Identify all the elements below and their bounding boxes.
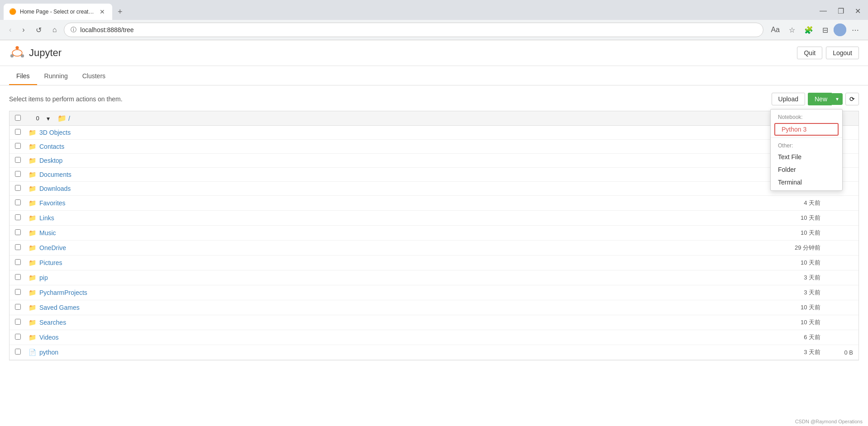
reload-btn[interactable]: ↺ <box>32 24 45 36</box>
jupyter-header: Jupyter Quit Logout <box>0 40 868 66</box>
file-date: 3 天前 <box>766 348 820 356</box>
file-date: 10 天前 <box>766 259 820 267</box>
svg-point-3 <box>12 50 22 56</box>
folder-icon: 📁 <box>29 129 39 136</box>
jupyter-header-buttons: Quit Logout <box>797 47 859 59</box>
minimize-btn[interactable]: — <box>816 5 830 17</box>
url-bar[interactable]: ⓘ localhost:8888/tree <box>64 23 763 37</box>
row-checkbox[interactable] <box>15 171 21 177</box>
logout-btn[interactable]: Logout <box>826 47 859 59</box>
close-btn[interactable]: ✕ <box>851 5 864 17</box>
row-checkbox[interactable] <box>15 274 21 280</box>
table-row: 📁 Searches 10 天前 <box>10 315 858 330</box>
file-name-link[interactable]: OneDrive <box>39 244 766 251</box>
tab-close-btn[interactable]: ✕ <box>98 7 107 16</box>
row-checkbox[interactable] <box>15 157 21 163</box>
file-name-link[interactable]: python <box>39 349 766 356</box>
file-name-link[interactable]: Links <box>39 214 766 222</box>
forward-btn[interactable]: › <box>19 24 28 36</box>
sort-dropdown[interactable]: ▾ <box>47 115 57 122</box>
folder-icon: 📁 <box>29 143 39 150</box>
file-name-link[interactable]: Music <box>39 229 766 237</box>
file-list-header: 0 ▾ 📁 / Name ▼ <box>9 111 859 126</box>
row-checkbox[interactable] <box>15 259 21 265</box>
home-btn[interactable]: ⌂ <box>49 24 61 36</box>
table-row: 📁 Music 10 天前 <box>10 226 858 241</box>
maximize-btn[interactable]: ❐ <box>834 5 848 17</box>
row-checkbox[interactable] <box>15 185 21 191</box>
table-row: 📁 PycharmProjects 3 天前 <box>10 285 858 300</box>
new-btn-group: New ▾ <box>808 93 843 105</box>
refresh-btn[interactable]: ⟳ <box>845 93 859 105</box>
folder-icon: 📁 <box>29 319 39 326</box>
reader-mode-btn[interactable]: Aa <box>767 24 783 36</box>
file-date: 10 天前 <box>766 303 820 312</box>
file-date: 10 天前 <box>766 214 820 222</box>
select-all-check[interactable] <box>15 115 29 122</box>
row-checkbox[interactable] <box>15 229 21 235</box>
tab-running[interactable]: Running <box>37 68 75 85</box>
folder-icon: 📁 <box>29 214 39 222</box>
file-date: 3 天前 <box>766 274 820 282</box>
other-section-label: Other: <box>771 140 842 151</box>
file-date: 10 天前 <box>766 318 820 327</box>
row-checkbox[interactable] <box>15 319 21 325</box>
file-name-link[interactable]: pip <box>39 274 766 281</box>
select-all-checkbox[interactable] <box>15 115 21 121</box>
table-row: 📁 Videos 6 天前 <box>10 330 858 345</box>
text-file-menu-item[interactable]: Text File <box>771 151 842 163</box>
file-name-link[interactable]: Favorites <box>39 199 766 207</box>
row-checkbox[interactable] <box>15 289 21 295</box>
table-row: 📁 Desktop <box>10 154 858 168</box>
select-hint: Select items to perform actions on them. <box>9 95 123 103</box>
python3-menu-item[interactable]: Python 3 <box>774 123 839 136</box>
row-checkbox[interactable] <box>15 334 21 340</box>
tab-clusters[interactable]: Clusters <box>75 68 113 85</box>
jupyter-logo-text: Jupyter <box>29 47 62 59</box>
file-name-link[interactable]: Contacts <box>39 143 766 150</box>
breadcrumb-path[interactable]: / <box>68 115 70 122</box>
terminal-menu-item[interactable]: Terminal <box>771 176 842 189</box>
tab-title: Home Page - Select or create a n <box>20 9 94 15</box>
file-name-link[interactable]: Downloads <box>39 185 766 192</box>
new-tab-btn[interactable]: + <box>114 5 126 19</box>
file-size: 0 B <box>826 349 853 356</box>
row-checkbox[interactable] <box>15 304 21 310</box>
folder-menu-item[interactable]: Folder <box>771 163 842 176</box>
row-checkbox[interactable] <box>15 244 21 250</box>
toolbar: Select items to perform actions on them.… <box>9 93 859 105</box>
file-list: 📁 3D Objects 📁 Contacts 📁 Desktop 📁 Docu… <box>9 126 859 360</box>
back-btn[interactable]: ‹ <box>5 24 15 36</box>
file-name-link[interactable]: 3D Objects <box>39 129 766 136</box>
file-name-link[interactable]: Documents <box>39 171 766 178</box>
row-checkbox[interactable] <box>15 199 21 205</box>
upload-btn[interactable]: Upload <box>772 93 805 105</box>
folder-icon: 📁 <box>29 171 39 178</box>
row-checkbox[interactable] <box>15 214 21 220</box>
collections-btn[interactable]: ⊟ <box>819 24 832 36</box>
new-btn-main[interactable]: New <box>808 93 832 105</box>
more-btn[interactable]: ⋯ <box>848 24 863 36</box>
secure-icon: ⓘ <box>71 26 76 34</box>
file-name-link[interactable]: Pictures <box>39 259 766 266</box>
menu-divider <box>771 137 842 138</box>
file-name-link[interactable]: Saved Games <box>39 304 766 311</box>
profile-btn[interactable] <box>834 24 846 36</box>
tab-bar: 🟠 Home Page - Select or create a n ✕ + —… <box>0 0 868 20</box>
quit-btn[interactable]: Quit <box>797 47 822 59</box>
folder-icon: 📁 <box>29 334 39 341</box>
folder-icon: 📁 <box>29 244 39 251</box>
browser-chrome: 🟠 Home Page - Select or create a n ✕ + —… <box>0 0 868 40</box>
tab-files[interactable]: Files <box>9 68 37 85</box>
new-btn-dropdown[interactable]: ▾ <box>832 93 843 105</box>
file-name-link[interactable]: Videos <box>39 334 766 341</box>
favorites-btn[interactable]: ☆ <box>785 24 799 36</box>
row-checkbox[interactable] <box>15 349 21 355</box>
row-checkbox[interactable] <box>15 129 21 135</box>
notebook-section-label: Notebook: <box>771 111 842 122</box>
extensions-btn[interactable]: 🧩 <box>801 24 817 36</box>
row-checkbox[interactable] <box>15 143 21 149</box>
file-name-link[interactable]: Searches <box>39 319 766 326</box>
file-name-link[interactable]: Desktop <box>39 157 766 164</box>
file-name-link[interactable]: PycharmProjects <box>39 289 766 296</box>
